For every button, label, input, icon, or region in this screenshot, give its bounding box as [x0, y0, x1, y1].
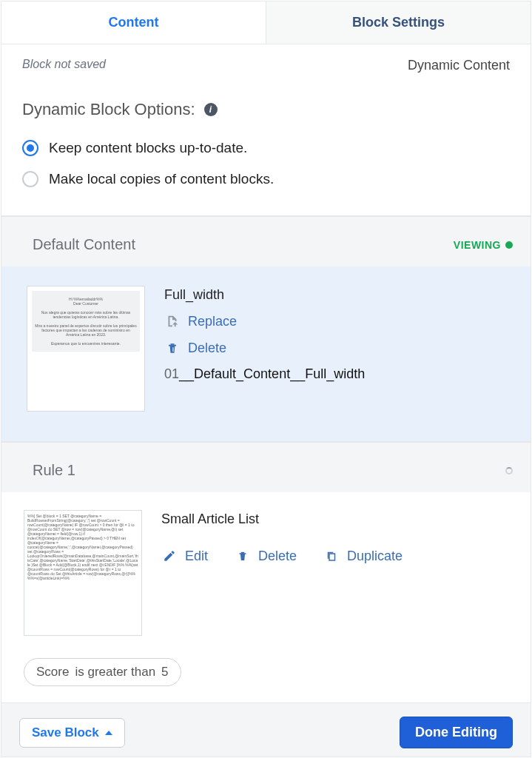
radio-group: Keep content blocks up-to-date. Make loc… — [1, 130, 531, 215]
section-header: Default Content VIEWING — [1, 216, 531, 266]
content-title: Small Article List — [161, 512, 403, 527]
info-icon[interactable]: i — [204, 103, 218, 116]
rule-actions: Edit Delete Duplicate — [161, 545, 403, 567]
duplicate-label: Duplicate — [347, 549, 403, 564]
pill-value: 5 — [161, 665, 168, 680]
tab-content[interactable]: Content — [1, 1, 266, 44]
done-editing-button[interactable]: Done Editing — [400, 717, 513, 748]
section-title: Rule 1 — [33, 462, 75, 479]
options-title: Dynamic Block Options: — [22, 100, 195, 119]
content-thumbnail[interactable]: %%[ Set @block = 1 SET @categoryName = B… — [24, 510, 142, 636]
section-title: Default Content — [33, 236, 135, 253]
duplicate-icon — [323, 548, 340, 564]
svg-rect-1 — [172, 347, 173, 352]
content-identifier: 01__Default_Content__Full_width — [164, 366, 365, 382]
save-block-button[interactable]: Save Block — [19, 718, 125, 748]
section-header: Rule 1 — [1, 442, 531, 492]
dynamic-content-label: Dynamic Content — [408, 58, 510, 73]
radio-label: Make local copies of content blocks. — [49, 171, 274, 187]
radio-label: Keep content blocks up-to-date. — [49, 140, 247, 156]
tab-block-settings[interactable]: Block Settings — [266, 1, 531, 44]
edit-button[interactable]: Edit — [161, 545, 208, 567]
pill-field: Score — [36, 665, 69, 680]
delete-button[interactable]: Delete — [235, 545, 297, 567]
footer-bar: Save Block Done Editing — [1, 702, 531, 757]
save-label: Save Block — [32, 725, 99, 740]
loading-spinner-icon — [505, 467, 513, 474]
rule-content-card: %%[ Set @block = 1 SET @categoryName = B… — [1, 492, 531, 642]
radio-indicator — [22, 171, 38, 187]
options-header: Dynamic Block Options: i — [1, 73, 531, 130]
pencil-icon — [161, 548, 178, 564]
viewing-label: VIEWING — [454, 239, 501, 251]
delete-button[interactable]: Delete — [164, 337, 365, 359]
pill-operator: is greater than — [75, 665, 155, 680]
content-title: Full_width — [164, 287, 365, 303]
rule-section: Rule 1 %%[ Set @block = 1 SET @categoryN… — [1, 441, 531, 702]
viewing-badge: VIEWING — [454, 239, 513, 251]
radio-local-copies[interactable]: Make local copies of content blocks. — [22, 164, 510, 195]
delete-label: Delete — [188, 341, 226, 356]
radio-keep-updated[interactable]: Keep content blocks up-to-date. — [22, 133, 510, 164]
block-editor-panel: Content Block Settings Block not saved D… — [1, 1, 531, 757]
replace-label: Replace — [188, 314, 237, 329]
caret-up-icon — [105, 731, 112, 735]
tab-bar: Content Block Settings — [1, 1, 531, 44]
rule-condition-pill[interactable]: Score is greater than 5 — [24, 658, 181, 686]
default-content-section: Default Content VIEWING Hi %%emailaddr%%… — [1, 215, 531, 441]
radio-indicator — [22, 140, 38, 156]
card-details: Full_width Replace Delete 01__Default_Co… — [164, 286, 365, 382]
topbar: Block not saved Dynamic Content — [1, 44, 531, 73]
content-thumbnail[interactable]: Hi %%emailaddr%%Dear Customer Nos alegra… — [27, 286, 145, 412]
card-details: Small Article List Edit Delete — [161, 510, 403, 567]
edit-label: Edit — [185, 549, 208, 564]
replace-button[interactable]: Replace — [164, 310, 365, 332]
svg-rect-0 — [172, 347, 172, 352]
default-content-card: Hi %%emailaddr%%Dear Customer Nos alegra… — [1, 266, 531, 441]
trash-icon — [235, 548, 251, 564]
delete-label: Delete — [258, 549, 297, 564]
duplicate-button[interactable]: Duplicate — [323, 545, 403, 567]
replace-icon — [164, 313, 181, 329]
status-dot-icon — [505, 241, 513, 249]
block-not-saved-label: Block not saved — [22, 58, 106, 73]
trash-icon — [164, 340, 181, 356]
